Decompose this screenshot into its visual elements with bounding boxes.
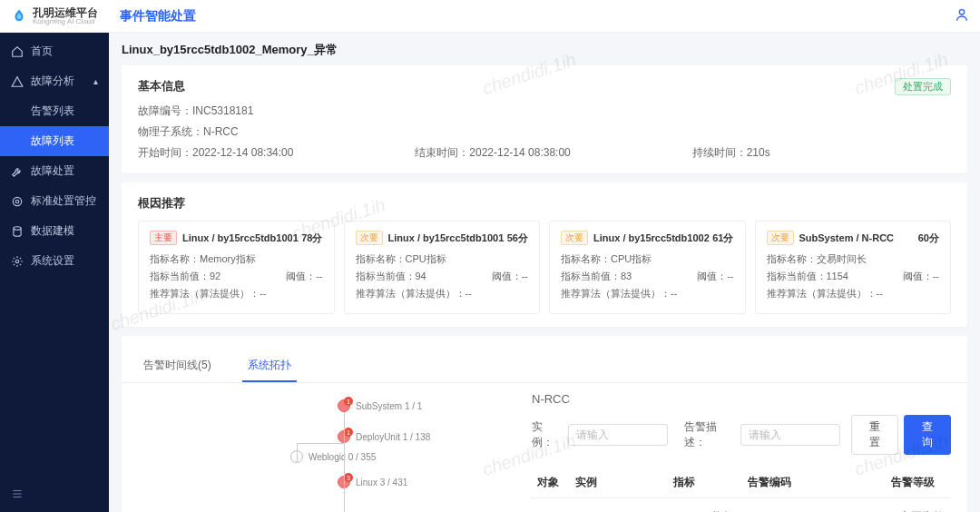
col-2: 指标 [668,468,742,498]
col-3: 告警编码 [742,468,886,498]
rc-title: Linux / by15rcc5tdb1001 [182,232,299,243]
rootcause-card-2[interactable]: 次要Linux / by15rcc5tdb100261分指标名称：CPU指标指标… [549,221,746,314]
sidebar-item-1[interactable]: 故障分析▴ [0,66,109,96]
rootcause-card-0[interactable]: 主要Linux / by15rcc5tdb100178分指标名称：Memory指… [138,221,335,314]
sidebar-item-label: 首页 [31,44,53,59]
rc-score: 78分 [301,231,322,245]
duration: 持续时间：210s [692,145,951,161]
node-label: DeployUnit 1 / 138 [356,432,430,442]
rc-title: SubSystem / N-RCC [799,232,895,243]
node-dot: 1 [338,399,350,412]
brand-name: 孔明运维平台 [33,7,98,18]
topo-node-0[interactable]: 1SubSystem 1 / 1 [338,399,422,412]
sidebar-item-label: 告警列表 [31,103,74,119]
detail-panel: N-RCC 实例： 告警描述： 重 置 查 询 对象实例指标告警编码告警等级 L… [532,392,951,512]
main-content: Linux_by15rcc5tdb1002_Memory_异常 处置完成 基本信… [109,33,980,512]
alert-icon [11,75,24,88]
node-badge: 1 [344,397,353,406]
sidebar-item-7[interactable]: 系统设置 [0,246,109,276]
rootcause-heading: 根因推荐 [138,195,951,212]
sidebar-item-5[interactable]: 标准处置管控 [0,186,109,216]
sidebar-item-label: 系统设置 [31,253,74,269]
reset-button[interactable]: 重 置 [851,415,898,455]
desc-input[interactable] [740,424,840,446]
rc-title: Linux / by15rcc5tdb1002 [593,232,710,243]
user-icon[interactable] [955,7,969,25]
fault-no-row: 故障编号：INC5318181 [138,103,951,119]
rc-score: 60分 [918,231,939,245]
basic-heading: 基本信息 [138,78,951,94]
rc-score: 56分 [507,231,528,245]
table-row[interactable]: Linuxby15rcc5tdb1001Memory指标424442998822… [532,498,951,513]
collapse-icon [11,487,24,500]
logo[interactable]: 孔明运维平台 Kongming AI Cloud [11,7,109,25]
topo-edge [344,488,345,512]
rc-score: 61分 [712,231,733,245]
chevron-up-icon: ▴ [93,76,98,86]
topbar: 孔明运维平台 Kongming AI Cloud 事件智能处置 [0,0,980,33]
instance-input[interactable] [568,424,668,446]
svg-point-2 [15,200,19,203]
instance-label: 实例： [532,419,563,450]
svg-point-4 [15,260,19,263]
home-icon [11,45,24,58]
rootcause-card-3[interactable]: 次要SubSystem / N-RCC60分指标名称：交易时间长指标当前值：11… [755,221,952,314]
node-badge: 1 [344,428,353,437]
rc-title: Linux / by15rcc5tdb1001 [388,232,505,243]
svg-point-3 [14,226,21,230]
sidebar-item-label: 标准处置管控 [31,193,96,209]
brand-sub: Kongming AI Cloud [33,18,98,25]
module-title: 事件智能处置 [120,8,196,25]
basic-info-card: 处置完成 基本信息 故障编号：INC5318181 物理子系统：N-RCC 开始… [122,65,967,173]
desc-label: 告警描述： [684,419,736,450]
alert-table: 对象实例指标告警编码告警等级 Linuxby15rcc5tdb1001Memor… [532,468,951,512]
start-time: 开始时间：2022-12-14 08:34:00 [138,145,397,161]
db-icon [11,225,24,238]
sidebar-item-label: 数据建模 [31,223,74,239]
node-label: SubSystem 1 / 1 [356,401,422,411]
rootcause-card: 根因推荐 主要Linux / by15rcc5tdb100178分指标名称：Me… [122,182,967,327]
rc-tag: 次要 [561,231,588,245]
tabs: 告警时间线(5) 系统拓扑 [122,349,967,383]
svg-point-0 [959,10,964,15]
topo-node-1[interactable]: 1DeployUnit 1 / 138 [338,430,430,443]
topo-edge [297,443,298,463]
col-0: 对象 [532,468,570,498]
sidebar-item-3[interactable]: 故障列表 [0,126,109,156]
sidebar-item-6[interactable]: 数据建模 [0,216,109,246]
tab-topology[interactable]: 系统拓扑 [242,349,297,382]
topo-edge [297,443,344,444]
sidebar-item-label: 故障处置 [31,163,74,179]
query-button[interactable]: 查 询 [904,415,951,455]
person-icon [955,7,969,22]
node-label: Linux 3 / 431 [356,478,407,487]
col-1: 实例 [570,468,668,498]
rc-tag: 主要 [150,231,177,245]
topo-edge [344,443,345,488]
flame-icon [11,8,27,25]
topo-node-2[interactable]: Weblogic 0 / 355 [290,450,376,463]
topology-card: 告警时间线(5) 系统拓扑 1SubSystem 1 / 11DeployUni… [122,336,967,512]
page-title: Linux_by15rcc5tdb1002_Memory_异常 [122,42,967,58]
rc-tag: 次要 [356,231,383,245]
node-label: Weblogic 0 / 355 [309,452,376,462]
sidebar-item-4[interactable]: 故障处置 [0,156,109,186]
sidebar-item-label: 故障列表 [31,133,74,149]
topo-node-3[interactable]: 3Linux 3 / 431 [338,476,407,488]
sidebar-item-2[interactable]: 告警列表 [0,96,109,126]
sidebar-item-0[interactable]: 首页 [0,36,109,66]
topology-canvas[interactable]: 1SubSystem 1 / 11DeployUnit 1 / 138Weblo… [138,392,519,512]
collapse-button[interactable] [0,478,109,512]
rc-tag: 次要 [767,231,794,245]
rootcause-card-1[interactable]: 次要Linux / by15rcc5tdb100156分指标名称：CPU指标指标… [344,221,541,314]
col-4: 告警等级 [886,468,952,498]
status-badge: 处置完成 [895,78,951,95]
node-badge: 3 [344,473,353,482]
subsystem-row: 物理子系统：N-RCC [138,124,951,140]
wrench-icon [11,165,24,178]
end-time: 结束时间：2022-12-14 08:38:00 [415,145,673,161]
detail-title: N-RCC [532,392,951,406]
sidebar-item-label: 故障分析 [31,74,74,89]
tab-timeline[interactable]: 告警时间线(5) [138,349,217,382]
gear-icon [11,255,24,268]
